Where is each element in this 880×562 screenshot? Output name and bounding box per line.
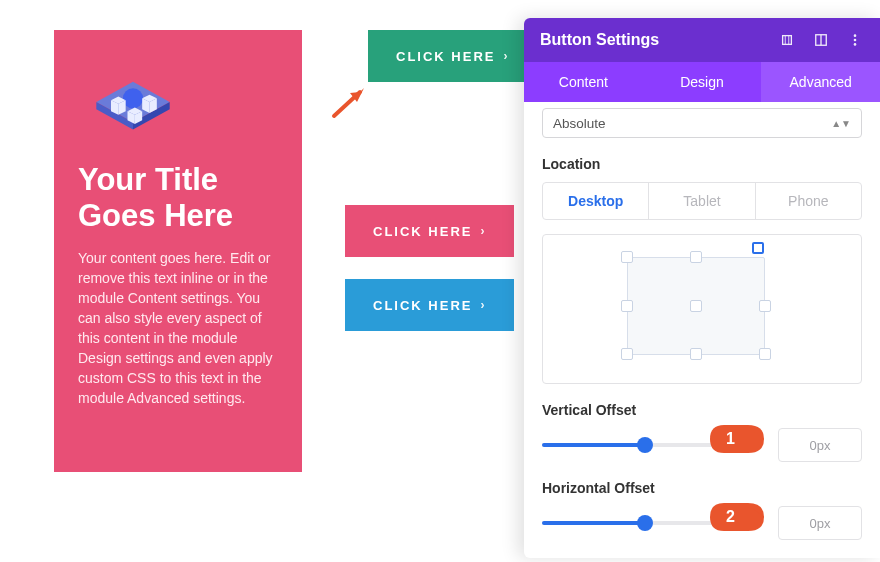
tab-content[interactable]: Content: [524, 62, 643, 102]
chevron-right-icon: ›: [480, 298, 486, 312]
vertical-offset-slider[interactable]: [542, 435, 762, 455]
kebab-menu-icon[interactable]: [846, 31, 864, 49]
position-select-value: Absolute: [553, 116, 606, 131]
svg-point-3: [123, 88, 143, 108]
settings-panel: Button Settings Content Design Advanced …: [524, 18, 880, 558]
panel-body: Absolute ▲▼ Location Desktop Tablet Phon…: [524, 102, 880, 558]
button-blue-label: CLICK HERE: [373, 298, 472, 313]
z-index-label: Z Index: [542, 556, 862, 558]
position-select[interactable]: Absolute ▲▼: [542, 108, 862, 138]
device-desktop[interactable]: Desktop: [543, 183, 648, 219]
chevron-right-icon: ›: [503, 49, 509, 63]
button-green-label: CLICK HERE: [396, 49, 495, 64]
panel-header: Button Settings: [524, 18, 880, 62]
horizontal-offset-label: Horizontal Offset: [542, 480, 862, 496]
card-body: Your content goes here. Edit or remove t…: [78, 248, 278, 408]
location-label: Location: [542, 156, 862, 172]
device-phone[interactable]: Phone: [755, 183, 861, 219]
button-green[interactable]: CLICK HERE ›: [368, 30, 537, 82]
panel-header-icons: [778, 31, 864, 49]
device-toggle: Desktop Tablet Phone: [542, 182, 862, 220]
anchor-mid-right[interactable]: [759, 300, 771, 312]
annotation-arrow-icon: [330, 82, 370, 122]
anchor-top-right-selected[interactable]: [752, 242, 764, 254]
button-pink-label: CLICK HERE: [373, 224, 472, 239]
content-card: Your Title Goes Here Your content goes h…: [54, 30, 302, 472]
slider-thumb[interactable]: [637, 437, 653, 453]
anchor-bot-right[interactable]: [759, 348, 771, 360]
tab-design[interactable]: Design: [643, 62, 762, 102]
panel-tabs: Content Design Advanced: [524, 62, 880, 102]
svg-marker-13: [350, 88, 364, 102]
svg-point-17: [854, 39, 857, 42]
card-title: Your Title Goes Here: [78, 162, 278, 234]
svg-point-16: [854, 34, 857, 37]
vertical-offset-row: 1 0px: [542, 428, 862, 462]
anchor-mid-left[interactable]: [621, 300, 633, 312]
isometric-svg: [78, 60, 188, 144]
chevron-right-icon: ›: [480, 224, 486, 238]
anchor-top-left[interactable]: [621, 251, 633, 263]
button-blue[interactable]: CLICK HERE ›: [345, 279, 514, 331]
horizontal-offset-row: 2 0px: [542, 506, 862, 540]
button-pink[interactable]: CLICK HERE ›: [345, 205, 514, 257]
tab-advanced[interactable]: Advanced: [761, 62, 880, 102]
layout-icon[interactable]: [812, 31, 830, 49]
anchor-bot-center[interactable]: [690, 348, 702, 360]
isometric-illustration: [78, 60, 188, 144]
location-inner: [627, 257, 765, 355]
select-chevron-icon: ▲▼: [831, 118, 851, 129]
svg-point-18: [854, 43, 857, 46]
vertical-offset-value[interactable]: 0px: [778, 428, 862, 462]
location-picker[interactable]: [542, 234, 862, 384]
expand-icon[interactable]: [778, 31, 796, 49]
device-tablet[interactable]: Tablet: [648, 183, 754, 219]
anchor-bot-left[interactable]: [621, 348, 633, 360]
panel-title: Button Settings: [540, 31, 659, 49]
horizontal-offset-value[interactable]: 0px: [778, 506, 862, 540]
anchor-top-center[interactable]: [690, 251, 702, 263]
horizontal-offset-slider[interactable]: [542, 513, 762, 533]
vertical-offset-label: Vertical Offset: [542, 402, 862, 418]
anchor-mid-center[interactable]: [690, 300, 702, 312]
slider-thumb[interactable]: [637, 515, 653, 531]
svg-rect-14: [783, 36, 792, 45]
